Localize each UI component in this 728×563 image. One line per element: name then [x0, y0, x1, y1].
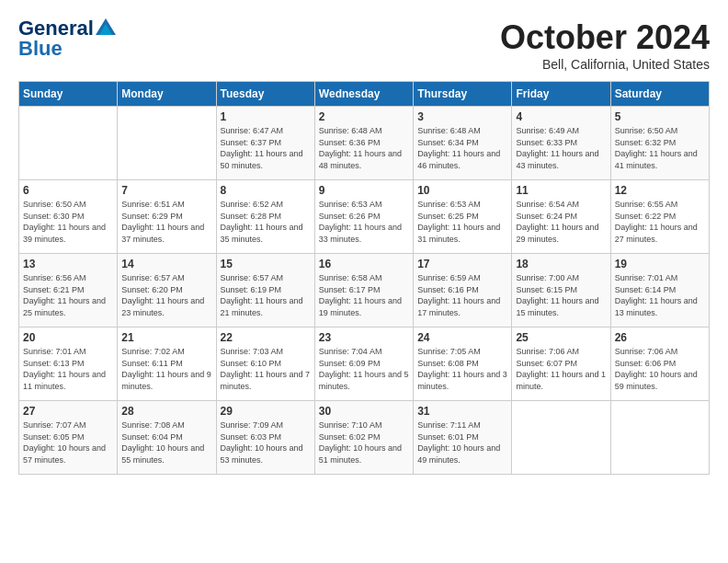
table-row: 21Sunrise: 7:02 AM Sunset: 6:11 PM Dayli… [118, 327, 216, 401]
calendar-week-row: 13Sunrise: 6:56 AM Sunset: 6:21 PM Dayli… [19, 254, 710, 327]
day-number: 31 [417, 405, 507, 418]
day-number: 27 [23, 405, 113, 418]
logo-general: General [18, 18, 94, 39]
day-number: 16 [319, 258, 409, 270]
day-info: Sunrise: 6:48 AM Sunset: 6:36 PM Dayligh… [319, 125, 409, 171]
table-row: 1Sunrise: 6:47 AM Sunset: 6:37 PM Daylig… [216, 107, 314, 180]
day-number: 26 [615, 331, 705, 344]
day-info: Sunrise: 6:55 AM Sunset: 6:22 PM Dayligh… [615, 199, 705, 245]
table-row: 12Sunrise: 6:55 AM Sunset: 6:22 PM Dayli… [610, 180, 709, 254]
table-row [19, 107, 118, 180]
logo-blue: Blue [18, 39, 63, 59]
table-row: 31Sunrise: 7:11 AM Sunset: 6:01 PM Dayli… [414, 401, 512, 475]
day-info: Sunrise: 7:02 AM Sunset: 6:11 PM Dayligh… [121, 346, 211, 392]
table-row [512, 401, 610, 475]
day-info: Sunrise: 6:53 AM Sunset: 6:26 PM Dayligh… [319, 199, 409, 245]
table-row [118, 107, 216, 180]
day-info: Sunrise: 7:05 AM Sunset: 6:08 PM Dayligh… [417, 346, 507, 392]
day-info: Sunrise: 6:56 AM Sunset: 6:21 PM Dayligh… [23, 272, 113, 318]
table-row: 11Sunrise: 6:54 AM Sunset: 6:24 PM Dayli… [512, 180, 610, 254]
day-number: 9 [319, 184, 409, 197]
header-sunday: Sunday [19, 82, 118, 107]
day-info: Sunrise: 7:10 AM Sunset: 6:02 PM Dayligh… [319, 419, 409, 465]
day-info: Sunrise: 6:48 AM Sunset: 6:34 PM Dayligh… [417, 125, 507, 171]
day-number: 19 [615, 258, 705, 270]
day-number: 10 [417, 184, 507, 197]
table-row: 17Sunrise: 6:59 AM Sunset: 6:16 PM Dayli… [414, 254, 512, 327]
header-tuesday: Tuesday [216, 82, 314, 107]
table-row: 18Sunrise: 7:00 AM Sunset: 6:15 PM Dayli… [512, 254, 610, 327]
table-row: 4Sunrise: 6:49 AM Sunset: 6:33 PM Daylig… [512, 107, 610, 180]
header-friday: Friday [512, 82, 610, 107]
table-row: 6Sunrise: 6:50 AM Sunset: 6:30 PM Daylig… [19, 180, 118, 254]
day-number: 21 [121, 331, 211, 344]
day-info: Sunrise: 6:50 AM Sunset: 6:32 PM Dayligh… [615, 125, 705, 171]
table-row: 10Sunrise: 6:53 AM Sunset: 6:25 PM Dayli… [414, 180, 512, 254]
table-row: 30Sunrise: 7:10 AM Sunset: 6:02 PM Dayli… [314, 401, 413, 475]
table-row: 2Sunrise: 6:48 AM Sunset: 6:36 PM Daylig… [314, 107, 413, 180]
day-number: 2 [319, 110, 409, 123]
day-number: 8 [221, 184, 311, 197]
day-number: 13 [23, 258, 113, 270]
title-area: October 2024 Bell, California, United St… [500, 18, 710, 72]
table-row: 29Sunrise: 7:09 AM Sunset: 6:03 PM Dayli… [216, 401, 314, 475]
table-row: 7Sunrise: 6:51 AM Sunset: 6:29 PM Daylig… [118, 180, 216, 254]
day-info: Sunrise: 6:58 AM Sunset: 6:17 PM Dayligh… [319, 272, 409, 318]
day-number: 25 [516, 331, 606, 344]
table-row: 23Sunrise: 7:04 AM Sunset: 6:09 PM Dayli… [314, 327, 413, 401]
table-row [610, 401, 709, 475]
table-row: 20Sunrise: 7:01 AM Sunset: 6:13 PM Dayli… [19, 327, 118, 401]
day-number: 30 [319, 405, 409, 418]
day-number: 20 [23, 331, 113, 344]
day-info: Sunrise: 6:53 AM Sunset: 6:25 PM Dayligh… [417, 199, 507, 245]
day-number: 28 [121, 405, 211, 418]
location: Bell, California, United States [500, 57, 710, 72]
table-row: 3Sunrise: 6:48 AM Sunset: 6:34 PM Daylig… [414, 107, 512, 180]
day-number: 24 [417, 331, 507, 344]
table-row: 26Sunrise: 7:06 AM Sunset: 6:06 PM Dayli… [610, 327, 709, 401]
day-info: Sunrise: 7:11 AM Sunset: 6:01 PM Dayligh… [417, 419, 507, 465]
table-row: 27Sunrise: 7:07 AM Sunset: 6:05 PM Dayli… [19, 401, 118, 475]
table-row: 28Sunrise: 7:08 AM Sunset: 6:04 PM Dayli… [118, 401, 216, 475]
day-number: 17 [417, 258, 507, 270]
day-info: Sunrise: 6:57 AM Sunset: 6:19 PM Dayligh… [221, 272, 311, 318]
logo: General Blue [18, 18, 116, 59]
table-row: 15Sunrise: 6:57 AM Sunset: 6:19 PM Dayli… [216, 254, 314, 327]
table-row: 5Sunrise: 6:50 AM Sunset: 6:32 PM Daylig… [610, 107, 709, 180]
day-number: 11 [516, 184, 606, 197]
day-info: Sunrise: 7:08 AM Sunset: 6:04 PM Dayligh… [121, 419, 211, 465]
table-row: 19Sunrise: 7:01 AM Sunset: 6:14 PM Dayli… [610, 254, 709, 327]
calendar-header-row: Sunday Monday Tuesday Wednesday Thursday… [19, 82, 710, 107]
table-row: 25Sunrise: 7:06 AM Sunset: 6:07 PM Dayli… [512, 327, 610, 401]
header-thursday: Thursday [414, 82, 512, 107]
table-row: 22Sunrise: 7:03 AM Sunset: 6:10 PM Dayli… [216, 327, 314, 401]
day-info: Sunrise: 6:52 AM Sunset: 6:28 PM Dayligh… [221, 199, 311, 245]
table-row: 8Sunrise: 6:52 AM Sunset: 6:28 PM Daylig… [216, 180, 314, 254]
day-number: 3 [417, 110, 507, 123]
table-row: 24Sunrise: 7:05 AM Sunset: 6:08 PM Dayli… [414, 327, 512, 401]
day-info: Sunrise: 7:03 AM Sunset: 6:10 PM Dayligh… [221, 346, 311, 392]
calendar-table: Sunday Monday Tuesday Wednesday Thursday… [18, 81, 710, 475]
day-number: 6 [23, 184, 113, 197]
day-info: Sunrise: 7:01 AM Sunset: 6:13 PM Dayligh… [23, 346, 113, 392]
day-number: 22 [221, 331, 311, 344]
day-number: 5 [615, 110, 705, 123]
month-title: October 2024 [500, 18, 710, 57]
day-number: 1 [221, 110, 311, 123]
day-info: Sunrise: 7:06 AM Sunset: 6:07 PM Dayligh… [516, 346, 606, 392]
day-info: Sunrise: 7:09 AM Sunset: 6:03 PM Dayligh… [221, 419, 311, 465]
day-info: Sunrise: 6:54 AM Sunset: 6:24 PM Dayligh… [516, 199, 606, 245]
day-number: 7 [121, 184, 211, 197]
table-row: 9Sunrise: 6:53 AM Sunset: 6:26 PM Daylig… [314, 180, 413, 254]
header-wednesday: Wednesday [314, 82, 413, 107]
day-info: Sunrise: 6:57 AM Sunset: 6:20 PM Dayligh… [121, 272, 211, 318]
day-number: 15 [221, 258, 311, 270]
header-monday: Monday [118, 82, 216, 107]
table-row: 13Sunrise: 6:56 AM Sunset: 6:21 PM Dayli… [19, 254, 118, 327]
calendar-week-row: 6Sunrise: 6:50 AM Sunset: 6:30 PM Daylig… [19, 180, 710, 254]
table-row: 16Sunrise: 6:58 AM Sunset: 6:17 PM Dayli… [314, 254, 413, 327]
day-info: Sunrise: 7:01 AM Sunset: 6:14 PM Dayligh… [615, 272, 705, 318]
day-number: 29 [221, 405, 311, 418]
day-number: 4 [516, 110, 606, 123]
day-info: Sunrise: 6:47 AM Sunset: 6:37 PM Dayligh… [221, 125, 311, 171]
